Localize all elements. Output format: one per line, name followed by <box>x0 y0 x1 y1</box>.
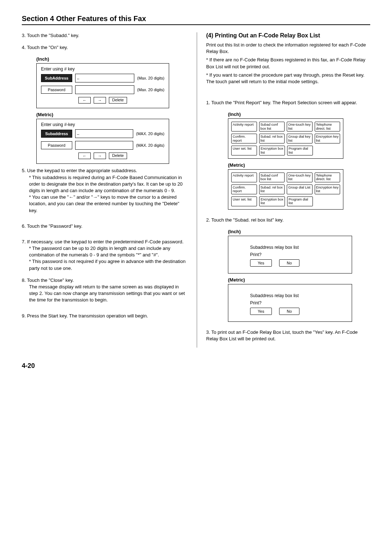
arrow-controls-metric: ← → Delete <box>41 153 164 159</box>
report-cell[interactable]: Activity report <box>231 173 257 182</box>
enter-hint-metric: Enter using #-key <box>41 122 164 127</box>
right-step-2: 2. Touch the "Subad. rel box list" key. <box>206 217 370 223</box>
confirm-panel-inch: Subaddress relay box list Print? Yes No <box>228 236 352 274</box>
report-cell[interactable]: One-touch key list <box>287 122 313 131</box>
arrow-left-button[interactable]: ← <box>78 97 91 104</box>
step-9: 9. Press the Start key. The transmission… <box>22 313 186 319</box>
report-cell[interactable]: Encryption box list <box>259 146 285 155</box>
password-input-metric[interactable] <box>75 141 133 150</box>
step-5: 5. Use the keypad to enter the appropria… <box>22 167 186 214</box>
step-5-note1: * This subaddress is required during an … <box>29 174 186 194</box>
left-column: 3. Touch the "Subadd." key. 4. Touch the… <box>22 32 186 348</box>
step-7-note2: * This password is not required if you a… <box>29 258 186 271</box>
subaddress-input-metric[interactable]: _ <box>75 129 133 138</box>
confirm-title-metric: Subaddress relay box list <box>250 293 344 298</box>
no-button[interactable]: No <box>279 259 299 267</box>
step-4: 4. Touch the "On" key. <box>22 44 186 51</box>
password-input[interactable] <box>75 85 134 94</box>
password-row-metric: Password (MAX. 20 digits) <box>41 141 164 150</box>
subaddress-button-metric[interactable]: Subaddress <box>41 130 72 138</box>
subaddress-panel-metric: Enter using #-key Subaddress _ (MAX. 20 … <box>36 119 169 164</box>
password-limit: (Max. 20 digits) <box>137 88 164 92</box>
confirm-panel-metric: Subaddress relay box list Print? Yes No <box>228 284 352 322</box>
yes-button[interactable]: Yes <box>250 259 272 267</box>
report-cell[interactable]: Subad conf box list <box>259 173 285 182</box>
report-cell[interactable]: User set. list <box>231 146 257 155</box>
step-6: 6. Touch the "Password" key. <box>22 223 186 230</box>
password-button[interactable]: Password <box>41 86 72 94</box>
report-cell[interactable]: Telephone direct. list <box>315 173 340 182</box>
subaddress-input[interactable]: _ <box>75 74 134 82</box>
password-limit-metric: (MAX. 20 digits) <box>136 143 164 147</box>
note-2: * If you want to cancel the procedure pa… <box>206 72 370 85</box>
step-7-text: 7. If necessary, use the keypad to enter… <box>22 239 184 244</box>
right-step-1: 1. Touch the "Print Report" key. The Rep… <box>206 100 370 106</box>
report-cell[interactable]: Encryption key list <box>315 185 340 194</box>
step-3: 3. Touch the "Subadd." key. <box>22 32 186 39</box>
subaddress-row: SubAddress _ (Max. 20 digits) <box>41 74 164 82</box>
report-cell[interactable]: Activity report <box>231 122 257 131</box>
report-grid-inch: Activity report Subad conf box list One-… <box>228 118 343 159</box>
report-cell[interactable]: Program dial list <box>287 197 313 206</box>
step-5-text: 5. Use the keypad to enter the appropria… <box>22 168 137 173</box>
report-cell[interactable]: Telephone direct. list <box>315 122 340 131</box>
report-cell[interactable]: Confirm. report <box>231 185 257 194</box>
step-7-note1: * The password can be up to 20 digits in… <box>29 245 186 258</box>
report-cell[interactable]: Confirm. report <box>231 134 257 143</box>
report-cell[interactable]: User set. list <box>231 197 257 206</box>
confirm-prompt: Print? <box>250 252 344 257</box>
delete-button[interactable]: Delete <box>109 97 127 104</box>
step-7: 7. If necessary, use the keypad to enter… <box>22 239 186 272</box>
metric-label: (Metric) <box>36 112 186 117</box>
subsection-heading: (4) Printing Out an F-Code Relay Box Lis… <box>206 32 370 39</box>
inch-label: (Inch) <box>36 56 186 62</box>
report-cell[interactable]: Subad. rel box list <box>259 185 285 194</box>
intro-text: Print out this list in order to check th… <box>206 42 370 55</box>
report-cell[interactable]: Encryption key list <box>315 134 340 143</box>
report-grid-metric: Activity report Subad conf box list One-… <box>228 169 343 210</box>
report-cell[interactable]: Subad. rel box list <box>259 134 285 143</box>
report-cell[interactable]: Group dial List <box>287 185 313 194</box>
arrow-left-button-metric[interactable]: ← <box>78 153 91 159</box>
subaddress-row-metric: Subaddress _ (MAX. 20 digits) <box>41 129 164 138</box>
step-8: 8. Touch the "Close" key. The message di… <box>22 277 186 304</box>
report-cell[interactable]: Group dial key list <box>287 134 313 143</box>
right-column: (4) Printing Out an F-Code Relay Box Lis… <box>197 32 370 348</box>
subaddress-limit-metric: (MAX. 20 digits) <box>136 131 164 136</box>
report-cell-empty <box>315 197 340 206</box>
password-button-metric[interactable]: Password <box>41 141 72 149</box>
metric-label-confirm: (Metric) <box>228 277 370 283</box>
arrow-right-button[interactable]: → <box>94 97 106 104</box>
subaddress-button[interactable]: SubAddress <box>41 74 72 82</box>
report-cell[interactable]: Subad conf box list <box>259 122 285 131</box>
delete-button-metric[interactable]: Delete <box>109 153 127 159</box>
report-cell[interactable]: Program dial list <box>287 146 313 155</box>
step-8-text: 8. Touch the "Close" key. <box>22 278 74 283</box>
note-1: * If there are no F-Code Relay Boxes reg… <box>206 57 370 70</box>
section-title: Section 4 Other Features of this Fax <box>22 15 370 25</box>
page-number: 4-20 <box>22 362 370 370</box>
subaddress-limit: (Max. 20 digits) <box>137 76 164 80</box>
arrow-controls: ← → Delete <box>41 97 164 104</box>
enter-hint: Enter using # key <box>41 66 164 72</box>
inch-label-confirm: (Inch) <box>228 229 370 234</box>
report-cell[interactable]: Encryption box list <box>259 197 285 206</box>
report-cell[interactable]: One-touch key list <box>287 173 313 182</box>
arrow-right-button-metric[interactable]: → <box>94 153 106 159</box>
confirm-title: Subaddress relay box list <box>250 245 344 250</box>
inch-label-right: (Inch) <box>228 112 370 117</box>
yes-button-metric[interactable]: Yes <box>250 308 272 315</box>
metric-label-right: (Metric) <box>228 162 370 168</box>
no-button-metric[interactable]: No <box>279 308 299 315</box>
step-5-note2: * You can use the "←" and/or "→" keys to… <box>29 194 186 214</box>
password-row: Password (Max. 20 digits) <box>41 85 164 94</box>
subaddress-panel-inch: Enter using # key SubAddress _ (Max. 20 … <box>36 63 169 108</box>
confirm-prompt-metric: Print? <box>250 300 344 305</box>
step-8-body: The message display will return to the s… <box>29 284 186 304</box>
right-step-3: 3. To print out an F-Code Relay Box List… <box>206 329 370 342</box>
report-cell-empty <box>315 146 340 155</box>
two-column-layout: 3. Touch the "Subadd." key. 4. Touch the… <box>22 32 370 348</box>
